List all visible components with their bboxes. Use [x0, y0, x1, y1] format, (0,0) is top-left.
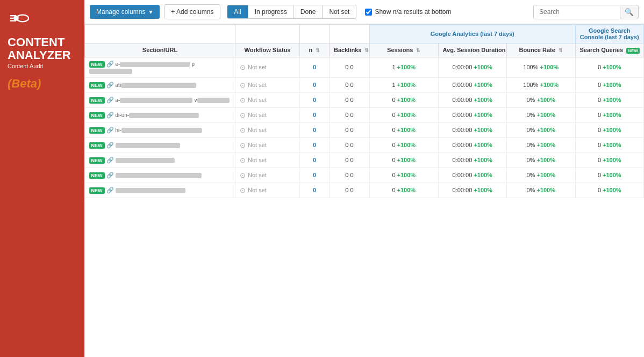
- main-table: Google Analytics (last 7 days) Google Se…: [84, 24, 644, 198]
- external-link-icon[interactable]: 🔗: [106, 127, 114, 133]
- bounce-rate-cell: 0% +100%: [507, 183, 576, 198]
- sidebar: CONTENT ANALYZER Content Audit (Beta): [0, 0, 84, 357]
- table-row: NEW🔗 e- p ⊙Not set00 01 +100%0:00:00 +10…: [85, 57, 644, 77]
- external-link-icon[interactable]: 🔗: [106, 172, 114, 178]
- search-queries-cell: 0 +100%: [575, 137, 644, 152]
- url-cell: NEW🔗 e- p: [85, 57, 235, 77]
- workflow-cell: ⊙Not set: [235, 167, 300, 183]
- th-gsc-group: Google Search Console (last 7 days): [575, 25, 644, 43]
- bounce-rate-cell: 0% +100%: [507, 152, 576, 167]
- backlinks-cell: 0 0: [330, 152, 370, 167]
- clock-icon: ⊙: [240, 63, 246, 71]
- external-link-icon[interactable]: 🔗: [106, 157, 114, 163]
- sort-icon-bounce: ⇅: [559, 48, 563, 53]
- search-queries-cell: 0 +100%: [575, 92, 644, 107]
- external-link-icon[interactable]: 🔗: [106, 187, 114, 193]
- clock-icon: ⊙: [240, 156, 246, 164]
- workflow-cell: ⊙Not set: [235, 183, 300, 198]
- th-bounce-rate[interactable]: Bounce Rate ⇅: [507, 43, 576, 57]
- manage-columns-button[interactable]: Manage columns ▼: [90, 5, 160, 19]
- show-na-text: Show n/a results at bottom: [375, 8, 451, 16]
- th-backlinks[interactable]: Backlinks ⇅: [330, 43, 370, 57]
- sessions-cell: 0 +100%: [370, 122, 439, 137]
- not-set-label: Not set: [248, 127, 267, 133]
- table-row: NEW🔗 di-un- ⊙Not set00 00 +100%0:00:00 +…: [85, 107, 644, 122]
- clock-icon: ⊙: [240, 186, 246, 194]
- avg-session-cell: 0:00:00 +100%: [438, 92, 507, 107]
- sessions-cell: 0 +100%: [370, 183, 439, 198]
- links-cell: 0: [300, 122, 330, 137]
- th-search-queries[interactable]: Search Queries NEW: [575, 43, 644, 57]
- avg-session-cell: 0:00:00 +100%: [438, 137, 507, 152]
- search-queries-cell: 0 +100%: [575, 122, 644, 137]
- workflow-cell: ⊙Not set: [235, 137, 300, 152]
- th-empty-2: [235, 25, 300, 43]
- clock-icon: ⊙: [240, 111, 246, 119]
- not-set-label: Not set: [248, 187, 267, 193]
- search-queries-cell: 0 +100%: [575, 183, 644, 198]
- sessions-cell: 0 +100%: [370, 92, 439, 107]
- workflow-cell: ⊙Not set: [235, 92, 300, 107]
- search-queries-cell: 0 +100%: [575, 167, 644, 183]
- url-cell: NEW🔗 hi-: [85, 122, 235, 137]
- filter-inprogress-button[interactable]: In progress: [248, 5, 294, 18]
- not-set-label: Not set: [248, 82, 267, 88]
- external-link-icon[interactable]: 🔗: [106, 142, 114, 148]
- logo-icon: [8, 10, 29, 31]
- avg-session-cell: 0:00:00 +100%: [438, 152, 507, 167]
- filter-all-button[interactable]: All: [227, 5, 247, 18]
- new-badge: NEW: [89, 157, 105, 164]
- new-badge: NEW: [89, 61, 105, 68]
- sessions-cell: 1 +100%: [370, 57, 439, 77]
- th-section-url[interactable]: Section/URL: [85, 43, 235, 57]
- sidebar-title-block: CONTENT ANALYZER Content Audit: [0, 36, 84, 72]
- external-link-icon[interactable]: 🔗: [106, 112, 114, 118]
- search-button[interactable]: 🔍: [620, 5, 638, 19]
- toolbar: Manage columns ▼ + Add columns All In pr…: [84, 0, 644, 24]
- th-avg-session[interactable]: Avg. Session Duration ⇅: [438, 43, 507, 57]
- backlinks-cell: 0 0: [330, 107, 370, 122]
- external-link-icon[interactable]: 🔗: [106, 97, 114, 103]
- links-cell: 0: [300, 167, 330, 183]
- add-columns-label: + Add columns: [171, 8, 213, 16]
- clock-icon: ⊙: [240, 141, 246, 149]
- manage-columns-label: Manage columns: [96, 8, 145, 16]
- bounce-rate-cell: 0% +100%: [507, 92, 576, 107]
- avg-session-cell: 0:00:00 +100%: [438, 77, 507, 92]
- search-input[interactable]: [534, 5, 620, 18]
- workflow-cell: ⊙Not set: [235, 152, 300, 167]
- backlinks-cell: 0 0: [330, 77, 370, 92]
- url-cell: NEW🔗 ati: [85, 77, 235, 92]
- th-workflow-status[interactable]: Workflow Status: [235, 43, 300, 57]
- avg-session-cell: 0:00:00 +100%: [438, 57, 507, 77]
- add-columns-button[interactable]: + Add columns: [164, 4, 220, 19]
- filter-notset-button[interactable]: Not set: [322, 5, 356, 18]
- th-links[interactable]: n ⇅: [300, 43, 330, 57]
- backlinks-cell: 0 0: [330, 167, 370, 183]
- filter-done-button[interactable]: Done: [294, 5, 323, 18]
- th-sessions[interactable]: Sessions ⇅: [370, 43, 439, 57]
- external-link-icon[interactable]: 🔗: [106, 82, 114, 88]
- workflow-cell: ⊙Not set: [235, 107, 300, 122]
- url-cell: NEW🔗: [85, 167, 235, 183]
- show-na-checkbox[interactable]: [365, 9, 372, 16]
- url-cell: NEW🔗: [85, 183, 235, 198]
- sort-icon-backlinks: ⇅: [364, 48, 369, 53]
- avg-session-cell: 0:00:00 +100%: [438, 122, 507, 137]
- sessions-cell: 0 +100%: [370, 137, 439, 152]
- table-row: NEW🔗 ⊙Not set00 00 +100%0:00:00 +100%0% …: [85, 183, 644, 198]
- new-badge: NEW: [89, 97, 105, 104]
- new-badge: NEW: [89, 112, 105, 119]
- not-set-label: Not set: [248, 157, 267, 163]
- url-cell: NEW🔗: [85, 137, 235, 152]
- bounce-rate-cell: 0% +100%: [507, 122, 576, 137]
- svg-point-1: [13, 16, 19, 21]
- sessions-cell: 0 +100%: [370, 152, 439, 167]
- clock-icon: ⊙: [240, 171, 246, 179]
- avg-session-cell: 0:00:00 +100%: [438, 183, 507, 198]
- bounce-rate-cell: 0% +100%: [507, 137, 576, 152]
- external-link-icon[interactable]: 🔗: [106, 61, 114, 67]
- beta-label: (Beta): [0, 72, 84, 95]
- not-set-label: Not set: [248, 172, 267, 178]
- main-content: Manage columns ▼ + Add columns All In pr…: [84, 0, 644, 357]
